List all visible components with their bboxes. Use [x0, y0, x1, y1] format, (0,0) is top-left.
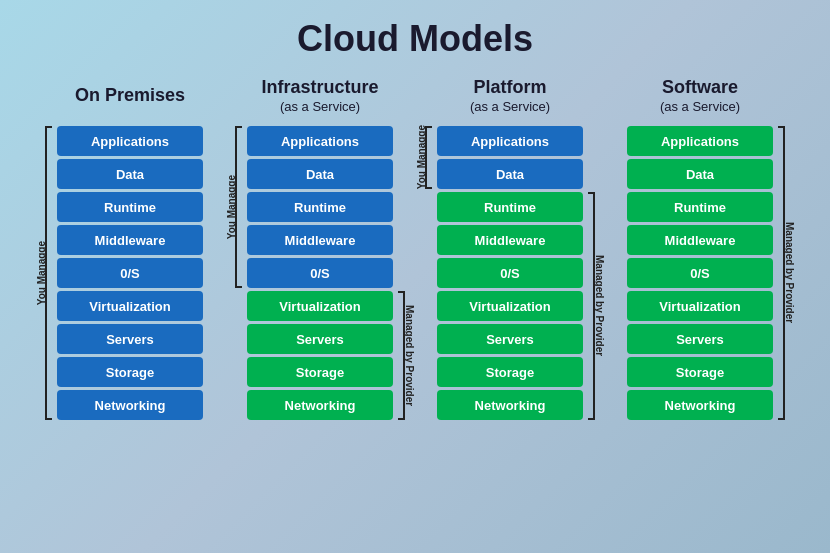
left-bracket-label-iaas: You Managge [226, 175, 237, 239]
stack-item-saas-5: Virtualization [627, 291, 773, 321]
left-bracket-label-paas: You Managge [416, 125, 427, 189]
stack-item-paas-7: Storage [437, 357, 583, 387]
stack-item-saas-0: Applications [627, 126, 773, 156]
right-bracket-saas: Managed by Provider [773, 126, 795, 420]
right-bracket-label-iaas: Managed by Provider [404, 305, 415, 406]
column-title-saas: Software [662, 77, 738, 99]
stack-item-saas-6: Servers [627, 324, 773, 354]
stack-item-on-premises-4: 0/S [57, 258, 203, 288]
stack-paas: ApplicationsDataRuntimeMiddleware0/SVirt… [437, 126, 583, 420]
column-title-iaas: Infrastructure [261, 77, 378, 99]
stack-item-paas-1: Data [437, 159, 583, 189]
stack-item-iaas-1: Data [247, 159, 393, 189]
stack-item-saas-4: 0/S [627, 258, 773, 288]
stack-item-on-premises-0: Applications [57, 126, 203, 156]
stack-saas: ApplicationsDataRuntimeMiddleware0/SVirt… [627, 126, 773, 420]
left-bracket-iaas: You Managge [225, 126, 247, 420]
column-on-premises: On PremisesYou ManaggeApplicationsDataRu… [35, 74, 225, 420]
stack-item-iaas-0: Applications [247, 126, 393, 156]
stack-item-paas-4: 0/S [437, 258, 583, 288]
stack-item-paas-6: Servers [437, 324, 583, 354]
left-bracket-label-on-premises: You Managge [36, 241, 47, 305]
column-header-iaas: Infrastructure(as a Service) [261, 74, 378, 118]
right-bracket-paas: Managed by Provider [583, 126, 605, 420]
column-saas: Software(as a Service)ApplicationsDataRu… [605, 74, 795, 420]
column-header-paas: Platform(as a Service) [470, 74, 550, 118]
stack-iaas: ApplicationsDataRuntimeMiddleware0/SVirt… [247, 126, 393, 420]
stack-item-on-premises-3: Middleware [57, 225, 203, 255]
stack-item-saas-7: Storage [627, 357, 773, 387]
stack-item-saas-1: Data [627, 159, 773, 189]
right-bracket-iaas: Managed by Provider [393, 126, 415, 420]
stack-item-iaas-7: Storage [247, 357, 393, 387]
stack-item-saas-8: Networking [627, 390, 773, 420]
column-subtitle-iaas: (as a Service) [280, 99, 360, 115]
left-bracket-paas: You Managge [415, 126, 437, 420]
stack-item-iaas-8: Networking [247, 390, 393, 420]
models-container: On PremisesYou ManaggeApplicationsDataRu… [0, 74, 830, 420]
stack-item-on-premises-2: Runtime [57, 192, 203, 222]
stack-item-paas-0: Applications [437, 126, 583, 156]
column-subtitle-paas: (as a Service) [470, 99, 550, 115]
right-bracket-label-paas: Managed by Provider [594, 255, 605, 356]
column-header-on-premises: On Premises [75, 74, 185, 118]
column-header-saas: Software(as a Service) [660, 74, 740, 118]
stack-on-premises: ApplicationsDataRuntimeMiddleware0/SVirt… [57, 126, 203, 420]
column-subtitle-saas: (as a Service) [660, 99, 740, 115]
left-bracket-saas [605, 126, 627, 420]
stack-item-iaas-3: Middleware [247, 225, 393, 255]
stack-item-paas-8: Networking [437, 390, 583, 420]
stack-item-saas-2: Runtime [627, 192, 773, 222]
column-title-paas: Platform [473, 77, 546, 99]
right-bracket-on-premises [203, 126, 225, 420]
left-bracket-on-premises: You Managge [35, 126, 57, 420]
stack-item-saas-3: Middleware [627, 225, 773, 255]
stack-item-on-premises-5: Virtualization [57, 291, 203, 321]
column-title-on-premises: On Premises [75, 85, 185, 107]
stack-item-iaas-4: 0/S [247, 258, 393, 288]
stack-item-on-premises-1: Data [57, 159, 203, 189]
column-paas: Platform(as a Service)You ManaggeApplica… [415, 74, 605, 420]
stack-item-iaas-6: Servers [247, 324, 393, 354]
stack-item-paas-5: Virtualization [437, 291, 583, 321]
stack-item-iaas-5: Virtualization [247, 291, 393, 321]
stack-item-on-premises-8: Networking [57, 390, 203, 420]
stack-item-iaas-2: Runtime [247, 192, 393, 222]
column-iaas: Infrastructure(as a Service)You ManaggeA… [225, 74, 415, 420]
stack-item-paas-2: Runtime [437, 192, 583, 222]
page-title: Cloud Models [297, 18, 533, 60]
stack-item-paas-3: Middleware [437, 225, 583, 255]
stack-item-on-premises-7: Storage [57, 357, 203, 387]
stack-item-on-premises-6: Servers [57, 324, 203, 354]
right-bracket-label-saas: Managed by Provider [784, 222, 795, 323]
